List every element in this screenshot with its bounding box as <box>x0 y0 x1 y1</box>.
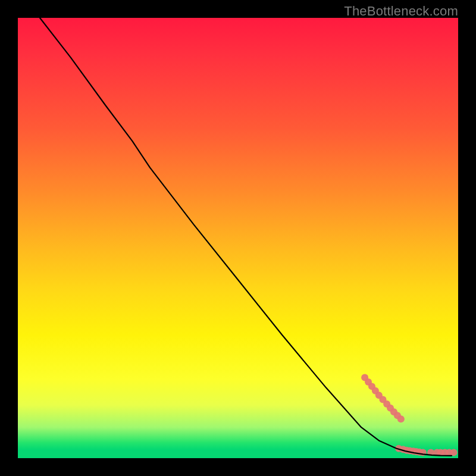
attribution-text: TheBottleneck.com <box>344 4 458 19</box>
data-point <box>450 449 458 456</box>
curve-line <box>40 18 452 456</box>
data-point <box>397 415 405 422</box>
chart-frame: TheBottleneck.com <box>0 0 476 476</box>
chart-overlay <box>18 18 458 458</box>
plot-area <box>18 18 458 458</box>
scatter-points <box>361 374 457 456</box>
